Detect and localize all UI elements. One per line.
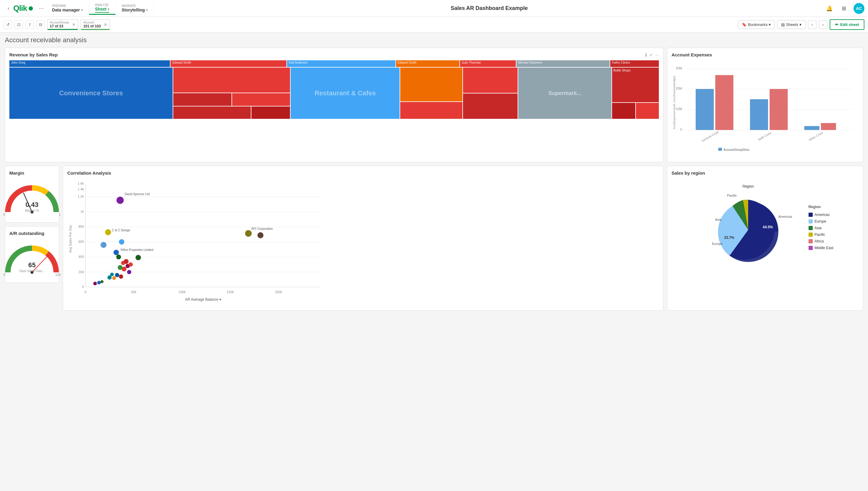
revenue-actions: ℹ ⤢ ···: [645, 53, 659, 57]
nav-back-button[interactable]: ‹: [4, 4, 13, 13]
dot-blue3[interactable]: [97, 281, 101, 284]
nav-analyze[interactable]: Analyze Sheet ▾: [89, 2, 116, 15]
filter-chip-accountgroup-close[interactable]: ✕: [72, 22, 76, 27]
dot-red2[interactable]: [124, 259, 129, 264]
tm-header-karl: Karl Anderson: [287, 60, 395, 67]
nav-more-button[interactable]: ···: [39, 5, 44, 11]
nav-narrate[interactable]: Narrate Storytelling ▾: [116, 3, 154, 13]
y-arrow: ▲: [81, 178, 84, 179]
dot-rfi2[interactable]: [257, 232, 263, 238]
ar-title: A/R outstanding: [9, 231, 45, 236]
analyze-sub: Sheet: [95, 7, 107, 11]
tm-block-red2: [232, 93, 290, 106]
narrate-sub: Storytelling: [122, 7, 145, 12]
filter-chip-account[interactable]: Account 101 of 103 ✕: [81, 19, 110, 30]
margin-title: Margin: [9, 170, 24, 176]
sales-region-card: Sales by region Region: [667, 166, 863, 311]
filter-chip-account-close[interactable]: ✕: [104, 22, 107, 27]
revenue-more-icon[interactable]: ···: [655, 53, 659, 57]
filter-expand-icon[interactable]: ⊡: [15, 21, 23, 29]
legend-africa: Africa: [809, 239, 834, 243]
bookmarks-arrow: ▾: [769, 22, 771, 27]
dot-outlier1[interactable]: [136, 255, 141, 260]
filter-reset-icon[interactable]: ↺: [4, 21, 12, 29]
pie-pct-europe: 33.7%: [724, 235, 734, 240]
dot-blue2[interactable]: [119, 239, 124, 244]
prev-sheet-button[interactable]: ‹: [808, 21, 816, 29]
dot-navy1[interactable]: [115, 273, 119, 277]
dot-maroon2[interactable]: [93, 282, 97, 285]
y-tick-0: 0: [680, 127, 682, 131]
sheets-button[interactable]: ▤ Sheets ▾: [777, 20, 805, 29]
analyze-arrow: ▾: [108, 7, 109, 11]
bookmarks-button[interactable]: 🔖 Bookmarks ▾: [738, 20, 775, 29]
legend-pacific-dot: [809, 233, 813, 237]
bookmarks-label: Bookmarks: [748, 22, 767, 27]
tm-block-red1: [173, 67, 290, 93]
nav-right: 🔔 ⊞ AC: [824, 3, 864, 14]
dot-blue1[interactable]: [101, 242, 107, 248]
dot-teal2[interactable]: [107, 276, 112, 280]
y-1_4k: 1.4k: [78, 187, 84, 191]
grid-icon[interactable]: ⊞: [839, 4, 849, 13]
nav-prepare[interactable]: Prepare Data manager ▾: [46, 3, 89, 13]
ar-outstanding-card: A/R outstanding 65 Days Sales Outs...: [5, 226, 59, 283]
dot-amber1[interactable]: [112, 276, 116, 280]
pie-label-americas: Americas: [778, 215, 792, 219]
filter-chip-account-bar: [81, 29, 110, 30]
tm-block-judy2: [463, 93, 517, 119]
revenue-info-icon[interactable]: ℹ: [645, 53, 647, 57]
treemap: John Greg Edward Smith Karl Anderson Edw…: [9, 60, 659, 119]
ar-min: 0: [3, 273, 5, 277]
tm-block-darkred1: [173, 93, 231, 106]
margin-gauge: 0.43 Margin %: [2, 180, 62, 215]
analyze-label: Analyze: [95, 3, 109, 7]
tm-block-b2: [636, 103, 659, 119]
y-800: 800: [79, 225, 84, 228]
logo-dot: [29, 6, 33, 10]
notification-icon[interactable]: 🔔: [824, 4, 834, 13]
dot-darkred1[interactable]: [119, 275, 123, 279]
ar-sublabel-text: Days Sales Outs...: [20, 269, 45, 272]
tm-block-judy1: [463, 67, 517, 93]
tm-block-darkestred: [251, 107, 290, 119]
correlation-chart: 0 200 400 600 800 1k 1.2k 1.4k 1.6k ▲: [67, 178, 327, 305]
dot-purple1[interactable]: [127, 270, 131, 274]
legend-europe-dot: [809, 219, 813, 224]
dot-david-spencer[interactable]: [116, 197, 124, 204]
dot-olive1[interactable]: [101, 280, 104, 283]
treemap-header: John Greg Edward Smith Karl Anderson Edw…: [9, 60, 659, 67]
dot-green1[interactable]: [116, 255, 121, 259]
x-label-general: General Costs: [701, 130, 720, 142]
edit-sheet-button[interactable]: ✏ Edit sheet: [830, 19, 864, 30]
revenue-expand-icon[interactable]: ⤢: [649, 53, 653, 57]
sheets-icon: ▤: [781, 22, 785, 27]
y-1k: 1k: [80, 210, 84, 213]
margin-max: 1: [59, 213, 61, 216]
margin-card: Margin 0.43 Margin %: [5, 166, 59, 223]
avatar[interactable]: AC: [853, 3, 864, 14]
legend-asia: Asia: [809, 226, 834, 230]
legend-pacific-label: Pacific: [815, 233, 825, 237]
x-0: 0: [85, 290, 86, 294]
next-sheet-button[interactable]: ›: [819, 21, 827, 29]
legend-americas-label: Americas: [815, 213, 830, 217]
filter-camera-icon[interactable]: ⊟: [36, 21, 45, 29]
tm-block-b1: [612, 103, 635, 119]
dot-green2[interactable]: [118, 265, 122, 270]
y-1_2k: 1.2k: [78, 195, 84, 198]
dot-sifton[interactable]: [113, 250, 119, 255]
filter-lock-icon[interactable]: ⇧: [25, 21, 34, 29]
dot-red4[interactable]: [129, 262, 133, 267]
tm-col-judy: [463, 67, 517, 119]
margin-gauge-container: 0.43 Margin % 0 1: [9, 178, 55, 218]
dot-rfi1[interactable]: [245, 230, 252, 237]
pie-label-europe: Europe: [712, 242, 723, 246]
sheets-label: Sheets: [786, 22, 798, 27]
tm-header-judy: Judy Thurman: [460, 60, 516, 67]
legend-title: Region: [809, 205, 834, 209]
filter-chip-accountgroup[interactable]: AccountGroup 17 of 23 ✕: [47, 19, 78, 30]
pie-and-legend: Region: [697, 178, 834, 276]
legend-middle-east-dot: [809, 246, 813, 250]
dot-cc-design[interactable]: [105, 229, 111, 235]
